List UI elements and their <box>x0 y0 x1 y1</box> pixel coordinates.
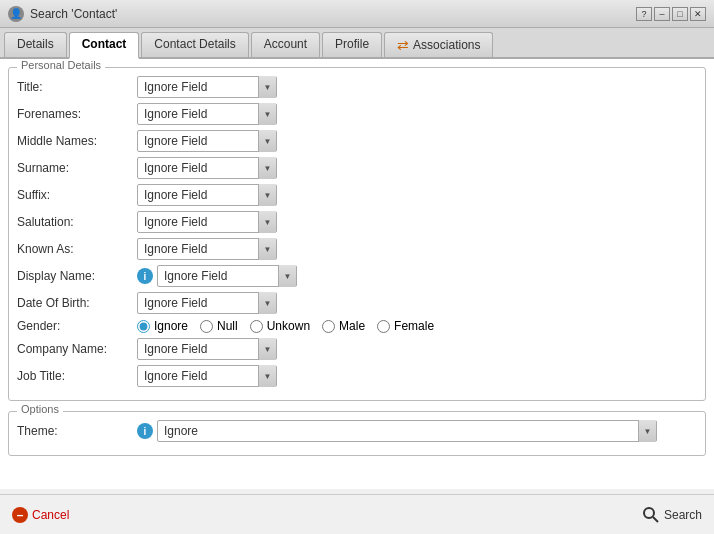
display-name-dropdown[interactable]: Ignore Field ▼ <box>157 265 297 287</box>
tab-details[interactable]: Details <box>4 32 67 57</box>
window-controls: ? – □ ✕ <box>636 7 706 21</box>
options-legend: Options <box>17 403 63 415</box>
personal-details-group: Personal Details Title: Ignore Field ▼ F… <box>8 67 706 401</box>
suffix-label: Suffix: <box>17 188 137 202</box>
display-name-arrow[interactable]: ▼ <box>278 265 296 287</box>
dob-row: Date Of Birth: Ignore Field ▼ <box>17 292 697 314</box>
close-button[interactable]: ✕ <box>690 7 706 21</box>
surname-dropdown[interactable]: Ignore Field ▼ <box>137 157 277 179</box>
svg-line-1 <box>653 517 658 522</box>
title-dropdown[interactable]: Ignore Field ▼ <box>137 76 277 98</box>
suffix-dropdown[interactable]: Ignore Field ▼ <box>137 184 277 206</box>
cancel-label: Cancel <box>32 508 69 522</box>
search-button[interactable]: Search <box>642 506 702 524</box>
company-name-dropdown[interactable]: Ignore Field ▼ <box>137 338 277 360</box>
forenames-label: Forenames: <box>17 107 137 121</box>
gender-female[interactable]: Female <box>377 319 434 333</box>
known-as-label: Known As: <box>17 242 137 256</box>
forenames-dropdown[interactable]: Ignore Field ▼ <box>137 103 277 125</box>
gender-ignore[interactable]: Ignore <box>137 319 188 333</box>
dob-value: Ignore Field <box>138 296 258 310</box>
tab-contact[interactable]: Contact <box>69 32 140 59</box>
job-title-arrow[interactable]: ▼ <box>258 365 276 387</box>
display-name-control: i Ignore Field ▼ <box>137 265 297 287</box>
salutation-row: Salutation: Ignore Field ▼ <box>17 211 697 233</box>
options-group: Options Theme: i Ignore ▼ <box>8 411 706 456</box>
gender-null[interactable]: Null <box>200 319 238 333</box>
forenames-value: Ignore Field <box>138 107 258 121</box>
tab-profile[interactable]: Profile <box>322 32 382 57</box>
svg-point-0 <box>644 508 654 518</box>
middle-names-row: Middle Names: Ignore Field ▼ <box>17 130 697 152</box>
display-name-row: Display Name: i Ignore Field ▼ <box>17 265 697 287</box>
tab-contact-details[interactable]: Contact Details <box>141 32 248 57</box>
theme-value: Ignore <box>158 424 638 438</box>
suffix-arrow[interactable]: ▼ <box>258 184 276 206</box>
minimize-button[interactable]: – <box>654 7 670 21</box>
surname-value: Ignore Field <box>138 161 258 175</box>
title-row: Title: Ignore Field ▼ <box>17 76 697 98</box>
known-as-value: Ignore Field <box>138 242 258 256</box>
middle-names-dropdown[interactable]: Ignore Field ▼ <box>137 130 277 152</box>
main-content: Personal Details Title: Ignore Field ▼ F… <box>0 59 714 489</box>
title-label: Title: <box>17 80 137 94</box>
middle-names-label: Middle Names: <box>17 134 137 148</box>
company-name-value: Ignore Field <box>138 342 258 356</box>
personal-details-legend: Personal Details <box>17 59 105 71</box>
middle-names-value: Ignore Field <box>138 134 258 148</box>
associations-icon: ⇄ <box>397 37 409 53</box>
display-name-label: Display Name: <box>17 269 137 283</box>
known-as-row: Known As: Ignore Field ▼ <box>17 238 697 260</box>
job-title-value: Ignore Field <box>138 369 258 383</box>
theme-control: i Ignore ▼ <box>137 420 657 442</box>
forenames-row: Forenames: Ignore Field ▼ <box>17 103 697 125</box>
surname-row: Surname: Ignore Field ▼ <box>17 157 697 179</box>
title-control: Ignore Field ▼ <box>137 76 277 98</box>
gender-unknown[interactable]: Unkown <box>250 319 310 333</box>
forenames-arrow[interactable]: ▼ <box>258 103 276 125</box>
tab-account[interactable]: Account <box>251 32 320 57</box>
title-arrow[interactable]: ▼ <box>258 76 276 98</box>
theme-label: Theme: <box>17 424 137 438</box>
bottom-bar: – Cancel Search <box>0 494 714 534</box>
cancel-icon: – <box>12 507 28 523</box>
known-as-arrow[interactable]: ▼ <box>258 238 276 260</box>
dob-label: Date Of Birth: <box>17 296 137 310</box>
dob-arrow[interactable]: ▼ <box>258 292 276 314</box>
job-title-dropdown[interactable]: Ignore Field ▼ <box>137 365 277 387</box>
tab-bar: Details Contact Contact Details Account … <box>0 28 714 59</box>
salutation-arrow[interactable]: ▼ <box>258 211 276 233</box>
window-title: Search 'Contact' <box>30 7 117 21</box>
display-name-info-icon[interactable]: i <box>137 268 153 284</box>
suffix-value: Ignore Field <box>138 188 258 202</box>
maximize-button[interactable]: □ <box>672 7 688 21</box>
theme-dropdown[interactable]: Ignore ▼ <box>157 420 657 442</box>
title-bar: 👤 Search 'Contact' ? – □ ✕ <box>0 0 714 28</box>
search-label: Search <box>664 508 702 522</box>
salutation-label: Salutation: <box>17 215 137 229</box>
middle-names-arrow[interactable]: ▼ <box>258 130 276 152</box>
tab-associations[interactable]: ⇄ Associations <box>384 32 493 57</box>
surname-arrow[interactable]: ▼ <box>258 157 276 179</box>
dob-dropdown[interactable]: Ignore Field ▼ <box>137 292 277 314</box>
surname-label: Surname: <box>17 161 137 175</box>
gender-row: Gender: Ignore Null Unkown Male <box>17 319 697 333</box>
help-button[interactable]: ? <box>636 7 652 21</box>
theme-row: Theme: i Ignore ▼ <box>17 420 697 442</box>
job-title-row: Job Title: Ignore Field ▼ <box>17 365 697 387</box>
known-as-dropdown[interactable]: Ignore Field ▼ <box>137 238 277 260</box>
theme-arrow[interactable]: ▼ <box>638 420 656 442</box>
job-title-label: Job Title: <box>17 369 137 383</box>
gender-radio-group: Ignore Null Unkown Male Female <box>137 319 434 333</box>
title-value: Ignore Field <box>138 80 258 94</box>
salutation-dropdown[interactable]: Ignore Field ▼ <box>137 211 277 233</box>
company-name-label: Company Name: <box>17 342 137 356</box>
display-name-value: Ignore Field <box>158 269 278 283</box>
salutation-value: Ignore Field <box>138 215 258 229</box>
company-name-arrow[interactable]: ▼ <box>258 338 276 360</box>
company-name-row: Company Name: Ignore Field ▼ <box>17 338 697 360</box>
gender-label: Gender: <box>17 319 137 333</box>
cancel-button[interactable]: – Cancel <box>12 507 69 523</box>
theme-info-icon[interactable]: i <box>137 423 153 439</box>
gender-male[interactable]: Male <box>322 319 365 333</box>
